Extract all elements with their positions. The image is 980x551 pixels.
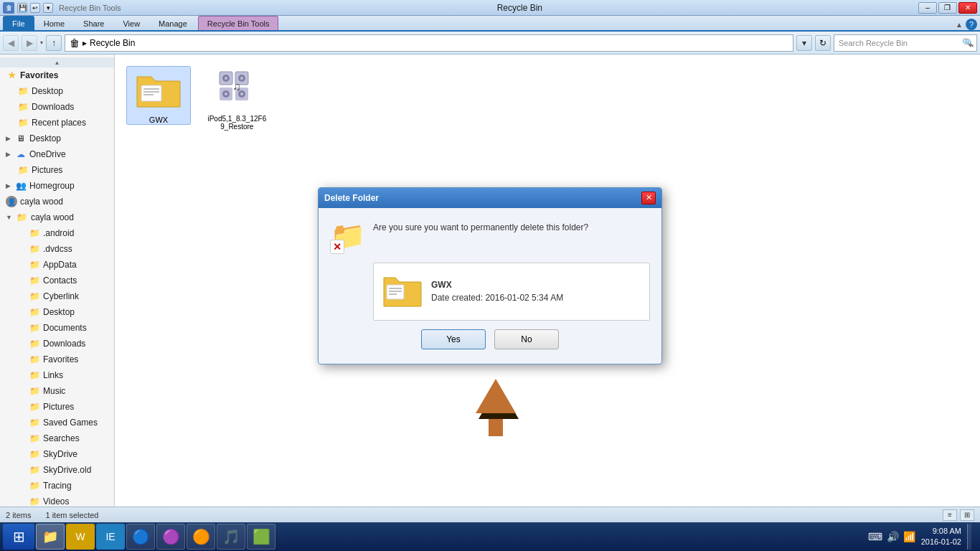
sidebar-item-onedrive[interactable]: ▶ ☁ OneDrive: [0, 146, 114, 162]
clock-date: 2016-01-02: [921, 537, 961, 547]
dialog-no-button[interactable]: No: [494, 329, 559, 349]
sidebar-item-documents[interactable]: 📁 Documents: [0, 320, 114, 336]
favorites-folder-icon: 📁: [29, 354, 40, 365]
contacts-label: Contacts: [43, 276, 77, 286]
up-button[interactable]: ↑: [46, 35, 62, 51]
sidebar-item-pictures[interactable]: 📁 Pictures: [0, 162, 114, 178]
sidebar-item-videos[interactable]: 📁 Videos: [0, 494, 114, 507]
taskbar-app4[interactable]: 🔵: [126, 524, 155, 550]
searches-label: Searches: [43, 433, 80, 443]
search-box[interactable]: Search Recycle Bin 🔍: [834, 34, 977, 52]
sidebar-item-pictures2[interactable]: 📁 Pictures: [0, 399, 114, 415]
maximize-button[interactable]: ❐: [938, 2, 957, 14]
network-icon[interactable]: 📶: [903, 531, 915, 542]
expand-icon: ▶: [6, 135, 11, 142]
taskbar-app8[interactable]: 🟩: [247, 524, 275, 550]
folder-icon: 📁: [17, 101, 29, 113]
app-icon: 🗑: [3, 2, 14, 14]
tab-file[interactable]: File: [3, 16, 34, 30]
svg-rect-0: [141, 85, 161, 101]
sidebar-item-searches[interactable]: 📁 Searches: [0, 430, 114, 446]
close-button[interactable]: ✕: [958, 2, 977, 14]
dialog-close-button[interactable]: ✕: [641, 192, 656, 204]
sidebar-item-desktop-tree[interactable]: ▶ 🖥 Desktop: [0, 131, 114, 146]
sidebar-item-saved-games[interactable]: 📁 Saved Games: [0, 415, 114, 430]
quick-access-undo[interactable]: ↩: [30, 3, 40, 13]
taskbar: ⊞ 📁 W IE 🔵 🟣 🟠 🎵 🟩 ⌨ 🔊 📶 9:08 AM 2016-01…: [0, 522, 980, 551]
show-desktop-btn[interactable]: [967, 524, 971, 550]
sidebar-item-cayla-avatar[interactable]: 👤 cayla wood: [0, 194, 114, 209]
dialog-yes-button[interactable]: Yes: [421, 329, 486, 349]
sidebar-item-desktop2[interactable]: 📁 Desktop: [0, 304, 114, 320]
sidebar-item-contacts[interactable]: 📁 Contacts: [0, 273, 114, 288]
ribbon-collapse-icon[interactable]: ▲: [956, 21, 963, 29]
pictures-icon: 📁: [17, 164, 29, 176]
file-item-gwx[interactable]: GWX: [126, 66, 191, 125]
sidebar-item-tracing[interactable]: 📁 Tracing: [0, 478, 114, 494]
back-button[interactable]: ◀: [3, 35, 19, 51]
sidebar-item-downloads2[interactable]: 📁 Downloads: [0, 336, 114, 352]
tab-share[interactable]: Share: [74, 16, 113, 30]
android-folder-icon: 📁: [29, 227, 40, 239]
minimize-button[interactable]: –: [918, 2, 937, 14]
sidebar-item-music[interactable]: 📁 Music: [0, 383, 114, 399]
address-dropdown[interactable]: ▾: [796, 35, 812, 51]
homegroup-label: Homegroup: [29, 181, 75, 191]
sidebar-item-skydrive[interactable]: 📁 SkyDrive: [0, 446, 114, 462]
skydrive-old-icon: 📁: [29, 464, 40, 476]
sidebar-item-appdata[interactable]: 📁 AppData: [0, 257, 114, 273]
sidebar-item-downloads[interactable]: 📁 Downloads: [0, 99, 114, 115]
pictures-label: Pictures: [32, 165, 62, 175]
start-button[interactable]: ⊞: [3, 524, 34, 550]
taskbar-app7[interactable]: 🎵: [217, 524, 245, 550]
sidebar-item-cayla-folder[interactable]: ▼ 📁 cayla wood: [0, 209, 114, 225]
refresh-button[interactable]: ↻: [815, 35, 831, 51]
dvdcss-icon: 📁: [29, 243, 40, 255]
taskbar-explorer[interactable]: 📁: [36, 524, 65, 550]
dialog-buttons: Yes No: [330, 329, 650, 352]
skydrive-icon: 📁: [29, 448, 40, 460]
tab-home[interactable]: Home: [34, 16, 74, 30]
favorites-label: Favorites: [20, 70, 58, 80]
sidebar-item-desktop[interactable]: 📁 Desktop: [0, 83, 114, 99]
view-grid-btn[interactable]: ⊞: [960, 509, 974, 521]
cyberlink-icon: 📁: [29, 291, 40, 302]
tab-view[interactable]: View: [113, 16, 149, 30]
file-item-ipod[interactable]: ♫ iPod5,1_8.3_12F6 9_Restore: [204, 66, 269, 131]
volume-icon[interactable]: 🔊: [887, 531, 899, 542]
dialog-folder-icon: 📁 ✕: [330, 220, 364, 254]
taskbar-app2[interactable]: W: [66, 524, 95, 550]
view-list-btn[interactable]: ≡: [943, 509, 957, 521]
taskbar-app6[interactable]: 🟠: [187, 524, 215, 550]
sidebar-item-favorites[interactable]: 📁 Favorites: [0, 352, 114, 367]
sidebar-item-homegroup[interactable]: ▶ 👥 Homegroup: [0, 178, 114, 194]
taskbar-app5[interactable]: 🟣: [156, 524, 185, 550]
quick-access-save[interactable]: 💾: [17, 3, 27, 13]
tab-recycle-bin-tools[interactable]: Recycle Bin Tools: [198, 16, 279, 30]
clock[interactable]: 9:08 AM 2016-01-02: [921, 526, 961, 548]
links-label: Links: [43, 370, 63, 380]
address-text: Recycle Bin: [90, 38, 135, 48]
dialog-file-info: GWX Date created: 2016-01-02 5:34 AM: [373, 263, 650, 321]
sidebar-item-links[interactable]: 📁 Links: [0, 367, 114, 383]
forward-button[interactable]: ▶: [22, 35, 37, 51]
sidebar-item-skydrive-old[interactable]: 📁 SkyDrive.old: [0, 462, 114, 478]
svg-point-10: [240, 77, 243, 80]
taskbar-app3[interactable]: IE: [96, 524, 125, 550]
skydrive-label: SkyDrive: [43, 449, 77, 459]
tab-manage[interactable]: Manage: [149, 16, 197, 30]
address-path[interactable]: 🗑 ▸ Recycle Bin: [65, 34, 793, 52]
documents-icon: 📁: [29, 322, 40, 334]
ipod-label: iPod5,1_8.3_12F6 9_Restore: [207, 115, 266, 131]
sidebar-item-android[interactable]: 📁 .android: [0, 225, 114, 241]
tracing-label: Tracing: [43, 481, 72, 491]
address-bar: ◀ ▶ ▾ ↑ 🗑 ▸ Recycle Bin ▾ ↻ Search Recyc…: [0, 32, 980, 55]
sidebar-item-dvdcss[interactable]: 📁 .dvdcss: [0, 241, 114, 257]
sidebar-scroll-up[interactable]: ▲: [0, 57, 114, 67]
sidebar-favorites-header[interactable]: ★ Favorites: [0, 67, 114, 83]
ribbon-help-icon[interactable]: ?: [966, 19, 977, 30]
avatar-icon: 👤: [6, 196, 17, 207]
quick-access-dropdown[interactable]: ▾: [43, 3, 53, 13]
sidebar-item-recent-places[interactable]: 📁 Recent places: [0, 115, 114, 131]
sidebar-item-cyberlink[interactable]: 📁 Cyberlink: [0, 288, 114, 304]
